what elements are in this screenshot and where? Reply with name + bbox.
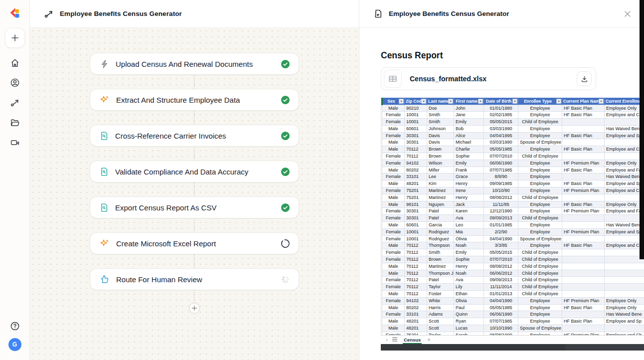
table-cell: Adams	[427, 311, 454, 318]
table-cell: Spouse of Employee	[518, 139, 562, 146]
filter-dropdown-icon[interactable]: ▾	[448, 99, 453, 104]
table-cell	[605, 235, 644, 242]
add-sheet-button[interactable]: +	[425, 337, 433, 343]
table-cell: Child of Employee	[518, 277, 562, 284]
table-cell	[562, 174, 605, 180]
sidebar-item-recordings[interactable]	[5, 133, 25, 153]
table-cell: Employee and Ch	[605, 332, 644, 335]
filter-dropdown-icon[interactable]: ▾	[399, 99, 404, 104]
table-cell: 07/07/1985	[484, 167, 518, 174]
table-cell: Female	[382, 256, 405, 263]
spreadsheet-icon	[388, 74, 398, 84]
table-cell: Frank	[454, 167, 484, 174]
table-cell: Davis	[427, 132, 454, 139]
table-cell	[562, 249, 605, 256]
pending-circle-icon	[281, 239, 290, 248]
table-cell: 94102	[405, 297, 427, 304]
document-icon	[373, 9, 383, 18]
table-cell	[562, 291, 605, 298]
table-row: Male48201KimHenry09/09/1985EmployeeHF Ba…	[382, 180, 644, 187]
workflow-step-card[interactable]: Upload Census And Renewal Documents	[90, 53, 299, 75]
panel-vertical-scrollbar[interactable]	[640, 0, 644, 259]
table-cell: Female	[382, 119, 405, 126]
table-row: Female70112BrownSophie07/07/2010Child of…	[382, 256, 644, 263]
sidebar: G	[0, 0, 30, 360]
table-cell: Nguyen	[427, 201, 454, 208]
table-cell: 05/05/2015	[484, 249, 518, 256]
download-button[interactable]	[577, 71, 592, 86]
sheet-nav-chevron[interactable]: ›	[383, 337, 391, 343]
workflow-step-card[interactable]: Cross-Reference Carrier Invoices	[90, 125, 299, 147]
table-cell: Emily	[454, 249, 484, 256]
plus-icon	[10, 33, 20, 43]
workflow-step-card[interactable]: Validate Compliance And Data Accuracy	[90, 161, 299, 182]
sheet-tab-census[interactable]: Census	[403, 336, 422, 344]
table-cell: HF Basic Plan	[562, 242, 605, 249]
check-circle-icon	[281, 203, 290, 212]
table-cell: 48201	[405, 180, 427, 187]
table-cell: Male	[382, 180, 405, 187]
help-button[interactable]	[5, 316, 25, 336]
step-status-done	[281, 95, 290, 105]
table-row: Female33101LeeGrace8/8/90EmployeeHas Wai…	[382, 174, 644, 180]
table-cell: 75201	[405, 194, 427, 201]
add-step-button[interactable]	[189, 303, 200, 314]
spreadsheet-preview: Sex▾Zip Code▾Last name▾First name▾Date o…	[381, 98, 644, 352]
avatar[interactable]: G	[8, 338, 21, 351]
workflow-step-card[interactable]: Extract And Structure Employee Data	[90, 89, 299, 111]
table-row: Female33101AdamsQuinn06/06/1990EmployeeH…	[382, 311, 644, 318]
table-cell: Irene	[454, 187, 484, 194]
table-cell: 10001	[405, 228, 427, 235]
table-cell: HF Premium Plan	[562, 332, 605, 335]
table-row: Female75201MartinezIrene10/10/90Employee…	[382, 187, 644, 194]
table-cell: Jack	[454, 201, 484, 208]
sidebar-item-profile[interactable]	[5, 73, 25, 93]
plus-icon	[191, 305, 197, 311]
scrollbar-thumb[interactable]	[381, 344, 565, 351]
sheet-horizontal-scrollbar[interactable]	[381, 344, 644, 351]
check-circle-icon	[281, 131, 290, 141]
table-cell: 30301	[405, 132, 427, 139]
table-cell: Employee	[518, 242, 562, 249]
table-cell: Female	[382, 215, 405, 222]
close-panel-button[interactable]	[621, 7, 634, 20]
table-cell: Sophie	[454, 256, 484, 263]
filter-dropdown-icon[interactable]: ▾	[478, 99, 483, 104]
table-cell: Lily	[454, 284, 484, 291]
table-cell	[605, 263, 644, 270]
sidebar-item-workflows[interactable]	[5, 93, 25, 113]
table-cell: Patel	[427, 208, 454, 215]
workflow-step-card[interactable]: Create Microsoft Excel Report	[90, 232, 299, 254]
table-cell: Employee	[518, 112, 562, 119]
file-card[interactable]: Census_formatted.xlsx	[381, 67, 596, 90]
table-row: Female30301PatelAva09/09/2013Child of Em…	[382, 215, 644, 222]
table-cell: Ava	[454, 277, 484, 284]
table-cell: HF Premium Plan	[562, 228, 605, 235]
workflow-step-card[interactable]: Export Census Report As CSV	[90, 196, 299, 218]
sheet-menu-icon[interactable]	[391, 337, 399, 343]
app-logo-icon[interactable]	[8, 7, 21, 20]
document-search-icon	[100, 203, 109, 212]
filter-dropdown-icon[interactable]: ▾	[421, 99, 426, 104]
new-workflow-button[interactable]	[5, 28, 25, 48]
workflow-step-card[interactable]: Route For Human Review	[90, 268, 299, 290]
filter-dropdown-icon[interactable]: ▾	[512, 99, 517, 104]
table-cell: Employee Only	[605, 297, 644, 304]
table-cell: Has Waived Bene	[605, 222, 644, 229]
table-cell	[605, 270, 644, 277]
table-cell: Patel	[427, 215, 454, 222]
table-row: Male30301DavisMichael03/03/1990Spouse of…	[382, 139, 644, 146]
sidebar-item-files[interactable]	[5, 113, 25, 133]
table-cell: Henry	[454, 263, 484, 270]
filter-dropdown-icon[interactable]: ▾	[599, 99, 604, 104]
sidebar-item-home[interactable]	[5, 53, 25, 73]
table-cell: Alice	[454, 132, 484, 139]
workflow-canvas[interactable]: Upload Census And Renewal DocumentsExtra…	[30, 28, 359, 360]
table-cell: 98101	[405, 201, 427, 208]
help-icon	[10, 321, 20, 331]
table-cell: Foster	[427, 291, 454, 298]
table-cell: 70112	[405, 242, 427, 249]
table-cell	[562, 284, 605, 291]
table-cell: Henry	[454, 194, 484, 201]
filter-dropdown-icon[interactable]: ▾	[556, 99, 561, 104]
